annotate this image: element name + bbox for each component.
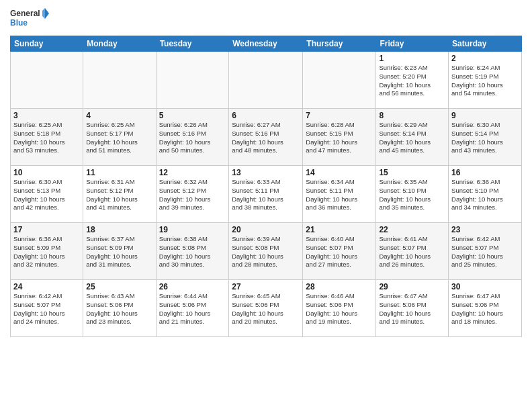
day-number: 10 (13, 168, 80, 177)
day-number: 16 (451, 168, 519, 177)
svg-text:Blue: Blue (10, 18, 28, 28)
day-info: Sunrise: 6:33 AMSunset: 5:11 PMDaylight:… (232, 178, 300, 212)
calendar-cell: 5Sunrise: 6:26 AMSunset: 5:16 PMDaylight… (156, 109, 229, 166)
calendar-cell: 16Sunrise: 6:36 AMSunset: 5:10 PMDayligh… (449, 166, 522, 223)
calendar-week-row: 1Sunrise: 6:23 AMSunset: 5:20 PMDaylight… (11, 52, 522, 109)
svg-marker-3 (42, 8, 45, 19)
calendar-cell: 4Sunrise: 6:25 AMSunset: 5:17 PMDaylight… (83, 109, 156, 166)
day-info: Sunrise: 6:32 AMSunset: 5:12 PMDaylight:… (159, 178, 226, 212)
day-info: Sunrise: 6:25 AMSunset: 5:18 PMDaylight:… (13, 121, 80, 155)
day-number: 12 (159, 168, 226, 177)
calendar-cell: 9Sunrise: 6:30 AMSunset: 5:14 PMDaylight… (449, 109, 522, 166)
calendar-cell: 22Sunrise: 6:41 AMSunset: 5:07 PMDayligh… (376, 223, 449, 280)
logo: General Blue (10, 7, 50, 32)
day-info: Sunrise: 6:36 AMSunset: 5:09 PMDaylight:… (13, 235, 80, 269)
calendar-cell (11, 52, 83, 109)
day-number: 25 (86, 282, 152, 291)
calendar-cell: 19Sunrise: 6:38 AMSunset: 5:08 PMDayligh… (156, 223, 229, 280)
calendar-cell: 24Sunrise: 6:42 AMSunset: 5:07 PMDayligh… (11, 280, 83, 337)
day-info: Sunrise: 6:44 AMSunset: 5:06 PMDaylight:… (159, 292, 226, 326)
calendar-cell: 3Sunrise: 6:25 AMSunset: 5:18 PMDaylight… (11, 109, 83, 166)
day-info: Sunrise: 6:37 AMSunset: 5:09 PMDaylight:… (86, 235, 152, 269)
day-info: Sunrise: 6:34 AMSunset: 5:11 PMDaylight:… (306, 178, 373, 212)
day-info: Sunrise: 6:31 AMSunset: 5:12 PMDaylight:… (86, 178, 152, 212)
calendar-cell: 17Sunrise: 6:36 AMSunset: 5:09 PMDayligh… (11, 223, 83, 280)
day-info: Sunrise: 6:25 AMSunset: 5:17 PMDaylight:… (86, 121, 152, 155)
day-number: 23 (451, 225, 519, 234)
day-number: 3 (13, 111, 80, 120)
calendar-cell: 7Sunrise: 6:28 AMSunset: 5:15 PMDaylight… (303, 109, 376, 166)
day-info: Sunrise: 6:41 AMSunset: 5:07 PMDaylight:… (379, 235, 445, 269)
calendar-cell: 1Sunrise: 6:23 AMSunset: 5:20 PMDaylight… (376, 52, 449, 109)
svg-text:General: General (10, 9, 40, 18)
day-number: 27 (232, 282, 300, 291)
day-info: Sunrise: 6:45 AMSunset: 5:06 PMDaylight:… (232, 292, 300, 326)
day-info: Sunrise: 6:42 AMSunset: 5:07 PMDaylight:… (451, 235, 519, 269)
calendar-cell: 13Sunrise: 6:33 AMSunset: 5:11 PMDayligh… (229, 166, 303, 223)
day-info: Sunrise: 6:24 AMSunset: 5:19 PMDaylight:… (451, 64, 519, 98)
calendar-week-row: 17Sunrise: 6:36 AMSunset: 5:09 PMDayligh… (11, 223, 522, 280)
calendar-week-row: 24Sunrise: 6:42 AMSunset: 5:07 PMDayligh… (11, 280, 522, 337)
page-header: General Blue (10, 7, 522, 32)
day-number: 7 (306, 111, 373, 120)
day-info: Sunrise: 6:23 AMSunset: 5:20 PMDaylight:… (379, 64, 445, 98)
calendar-cell: 25Sunrise: 6:43 AMSunset: 5:06 PMDayligh… (83, 280, 156, 337)
calendar-cell: 20Sunrise: 6:39 AMSunset: 5:08 PMDayligh… (229, 223, 303, 280)
weekday-header-friday: Friday (376, 36, 449, 52)
page-container: General Blue SundayMondayTuesdayWednesda… (0, 0, 532, 340)
day-number: 6 (232, 111, 300, 120)
calendar-cell: 29Sunrise: 6:47 AMSunset: 5:06 PMDayligh… (376, 280, 449, 337)
day-number: 20 (232, 225, 300, 234)
day-number: 26 (159, 282, 226, 291)
day-number: 1 (379, 54, 445, 63)
day-info: Sunrise: 6:39 AMSunset: 5:08 PMDaylight:… (232, 235, 300, 269)
day-info: Sunrise: 6:47 AMSunset: 5:06 PMDaylight:… (451, 292, 519, 326)
day-info: Sunrise: 6:40 AMSunset: 5:07 PMDaylight:… (306, 235, 373, 269)
calendar-cell: 18Sunrise: 6:37 AMSunset: 5:09 PMDayligh… (83, 223, 156, 280)
day-number: 24 (13, 282, 80, 291)
calendar-cell: 6Sunrise: 6:27 AMSunset: 5:16 PMDaylight… (229, 109, 303, 166)
day-number: 11 (86, 168, 152, 177)
day-number: 22 (379, 225, 445, 234)
calendar-cell: 28Sunrise: 6:46 AMSunset: 5:06 PMDayligh… (303, 280, 376, 337)
calendar-cell: 15Sunrise: 6:35 AMSunset: 5:10 PMDayligh… (376, 166, 449, 223)
day-info: Sunrise: 6:26 AMSunset: 5:16 PMDaylight:… (159, 121, 226, 155)
weekday-header-thursday: Thursday (303, 36, 376, 52)
calendar-cell: 14Sunrise: 6:34 AMSunset: 5:11 PMDayligh… (303, 166, 376, 223)
day-info: Sunrise: 6:35 AMSunset: 5:10 PMDaylight:… (379, 178, 445, 212)
day-number: 21 (306, 225, 373, 234)
calendar-cell: 23Sunrise: 6:42 AMSunset: 5:07 PMDayligh… (449, 223, 522, 280)
calendar-cell: 8Sunrise: 6:29 AMSunset: 5:14 PMDaylight… (376, 109, 449, 166)
day-info: Sunrise: 6:46 AMSunset: 5:06 PMDaylight:… (306, 292, 373, 326)
day-number: 14 (306, 168, 373, 177)
calendar-cell: 12Sunrise: 6:32 AMSunset: 5:12 PMDayligh… (156, 166, 229, 223)
calendar-cell (229, 52, 303, 109)
day-info: Sunrise: 6:30 AMSunset: 5:13 PMDaylight:… (13, 178, 80, 212)
day-info: Sunrise: 6:47 AMSunset: 5:06 PMDaylight:… (379, 292, 445, 326)
day-number: 19 (159, 225, 226, 234)
day-number: 17 (13, 225, 80, 234)
calendar-cell: 27Sunrise: 6:45 AMSunset: 5:06 PMDayligh… (229, 280, 303, 337)
calendar-cell (303, 52, 376, 109)
calendar-cell: 30Sunrise: 6:47 AMSunset: 5:06 PMDayligh… (449, 280, 522, 337)
day-number: 5 (159, 111, 226, 120)
day-info: Sunrise: 6:29 AMSunset: 5:14 PMDaylight:… (379, 121, 445, 155)
calendar-cell: 2Sunrise: 6:24 AMSunset: 5:19 PMDaylight… (449, 52, 522, 109)
day-info: Sunrise: 6:28 AMSunset: 5:15 PMDaylight:… (306, 121, 373, 155)
day-number: 4 (86, 111, 152, 120)
day-number: 9 (451, 111, 519, 120)
day-info: Sunrise: 6:42 AMSunset: 5:07 PMDaylight:… (13, 292, 80, 326)
calendar-cell (156, 52, 229, 109)
day-number: 13 (232, 168, 300, 177)
weekday-header-tuesday: Tuesday (156, 36, 229, 52)
day-info: Sunrise: 6:27 AMSunset: 5:16 PMDaylight:… (232, 121, 300, 155)
svg-marker-2 (45, 8, 49, 19)
calendar-cell: 10Sunrise: 6:30 AMSunset: 5:13 PMDayligh… (11, 166, 83, 223)
day-info: Sunrise: 6:30 AMSunset: 5:14 PMDaylight:… (451, 121, 519, 155)
day-info: Sunrise: 6:38 AMSunset: 5:08 PMDaylight:… (159, 235, 226, 269)
calendar-cell (83, 52, 156, 109)
calendar-cell: 21Sunrise: 6:40 AMSunset: 5:07 PMDayligh… (303, 223, 376, 280)
day-number: 29 (379, 282, 445, 291)
day-info: Sunrise: 6:43 AMSunset: 5:06 PMDaylight:… (86, 292, 152, 326)
day-number: 15 (379, 168, 445, 177)
